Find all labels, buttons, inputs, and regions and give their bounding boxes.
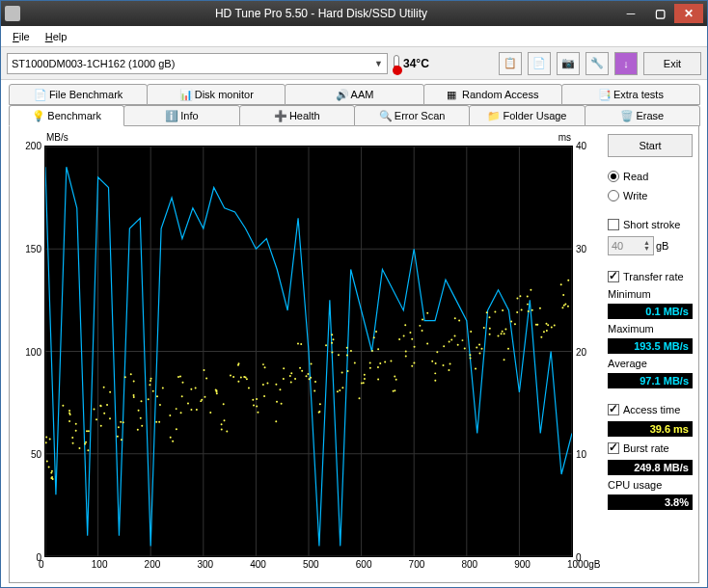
tab-random-access[interactable]: ▦Random Access — [423, 84, 562, 105]
svg-point-240 — [507, 348, 509, 350]
start-button[interactable]: Start — [608, 134, 693, 157]
svg-point-213 — [450, 338, 452, 340]
tab-aam[interactable]: 🔊AAM — [285, 84, 423, 105]
svg-point-36 — [86, 430, 88, 432]
svg-point-123 — [266, 382, 268, 384]
svg-point-185 — [393, 390, 395, 392]
svg-point-183 — [394, 389, 395, 391]
svg-point-115 — [243, 376, 245, 378]
tab-erase[interactable]: 🗑️Erase — [585, 105, 700, 126]
svg-point-223 — [476, 346, 477, 348]
spinner-icon: ▲▼ — [643, 240, 650, 252]
svg-point-217 — [470, 357, 472, 359]
svg-point-243 — [516, 311, 518, 313]
close-button[interactable]: ✕ — [674, 4, 703, 23]
svg-point-159 — [341, 387, 343, 388]
svg-point-72 — [156, 395, 158, 397]
svg-point-34 — [72, 442, 74, 444]
svg-point-132 — [290, 372, 292, 374]
svg-point-112 — [246, 378, 248, 380]
trash-icon: 🗑️ — [620, 110, 632, 121]
svg-point-30 — [68, 412, 70, 414]
svg-point-182 — [390, 361, 392, 362]
copy-icon: 📋 — [504, 57, 517, 69]
svg-point-193 — [409, 332, 411, 334]
copy-screenshot-button[interactable]: 📄 — [528, 52, 551, 75]
svg-point-210 — [449, 340, 450, 342]
svg-point-100 — [209, 412, 211, 414]
svg-point-157 — [338, 354, 340, 356]
save-button[interactable]: ↓ — [614, 52, 638, 75]
svg-point-86 — [195, 388, 197, 389]
drive-select-value: ST1000DM003-1CH162 (1000 gB) — [12, 58, 175, 69]
svg-point-221 — [475, 368, 477, 370]
svg-point-143 — [305, 375, 307, 377]
svg-point-207 — [443, 345, 445, 347]
tab-health[interactable]: ➕Health — [239, 105, 355, 126]
tab-extra-tests[interactable]: 📑Extra tests — [561, 84, 700, 105]
svg-point-51 — [121, 439, 123, 441]
svg-point-63 — [141, 425, 143, 427]
health-icon: ➕ — [274, 110, 286, 121]
svg-point-135 — [283, 367, 285, 369]
svg-point-227 — [489, 316, 491, 318]
write-radio[interactable]: Write — [608, 188, 693, 203]
svg-point-218 — [470, 331, 472, 333]
svg-point-231 — [501, 333, 503, 334]
minimize-button[interactable]: ─ — [616, 4, 645, 23]
tab-disk-monitor[interactable]: 📊Disk monitor — [147, 84, 286, 105]
svg-point-33 — [75, 423, 77, 425]
svg-point-244 — [514, 323, 516, 325]
svg-point-188 — [403, 334, 405, 336]
svg-point-171 — [369, 362, 371, 364]
svg-point-19 — [46, 461, 48, 463]
tab-error-scan[interactable]: 🔍Error Scan — [354, 105, 470, 126]
svg-point-257 — [547, 324, 549, 326]
menu-file[interactable]: File — [5, 31, 38, 42]
tab-info[interactable]: ℹ️Info — [123, 105, 239, 126]
checkbox-icon — [608, 271, 619, 282]
svg-point-104 — [221, 423, 223, 425]
svg-point-200 — [426, 312, 428, 314]
svg-point-91 — [204, 369, 205, 371]
svg-point-50 — [109, 417, 111, 419]
svg-point-52 — [118, 426, 120, 428]
info-icon: ℹ️ — [165, 110, 177, 121]
window-title: HD Tune Pro 5.50 - Hard Disk/SSD Utility — [26, 7, 616, 20]
short-stroke-check[interactable]: Short stroke — [608, 217, 693, 232]
svg-point-20 — [45, 441, 47, 443]
copy-info-button[interactable]: 📋 — [499, 52, 522, 75]
svg-point-117 — [253, 404, 255, 406]
access-time-check[interactable]: Access time — [608, 402, 693, 417]
svg-point-98 — [215, 389, 217, 391]
svg-point-110 — [230, 374, 231, 376]
drive-select[interactable]: ST1000DM003-1CH162 (1000 gB) ▼ — [7, 53, 388, 74]
exit-button[interactable]: Exit — [643, 52, 701, 75]
tab-benchmark[interactable]: 💡Benchmark — [9, 105, 124, 126]
svg-point-145 — [309, 378, 311, 380]
tab-file-benchmark[interactable]: 📄File Benchmark — [9, 84, 148, 105]
svg-point-35 — [75, 430, 77, 432]
svg-point-131 — [289, 375, 291, 377]
svg-point-148 — [318, 412, 320, 414]
options-button[interactable]: 🔧 — [585, 52, 609, 75]
maximize-button[interactable]: ▢ — [645, 4, 674, 23]
svg-point-202 — [431, 361, 433, 362]
tab-folder-usage[interactable]: 📁Folder Usage — [469, 105, 585, 126]
svg-point-40 — [88, 430, 90, 432]
svg-point-187 — [405, 350, 407, 352]
menu-help[interactable]: Help — [38, 31, 75, 42]
transfer-rate-check[interactable]: Transfer rate — [608, 269, 693, 284]
burst-rate-check[interactable]: Burst rate — [608, 441, 693, 456]
read-radio[interactable]: Read — [608, 169, 693, 184]
maximum-label: Maximum — [608, 323, 693, 334]
svg-point-255 — [536, 324, 538, 326]
svg-point-83 — [181, 395, 183, 397]
svg-point-70 — [148, 398, 150, 400]
screenshot-button[interactable]: 📷 — [557, 52, 580, 75]
svg-point-184 — [394, 376, 395, 378]
svg-point-176 — [377, 348, 379, 350]
svg-point-261 — [561, 307, 563, 308]
svg-point-27 — [68, 410, 70, 412]
short-stroke-value[interactable]: 40▲▼ — [608, 236, 654, 255]
